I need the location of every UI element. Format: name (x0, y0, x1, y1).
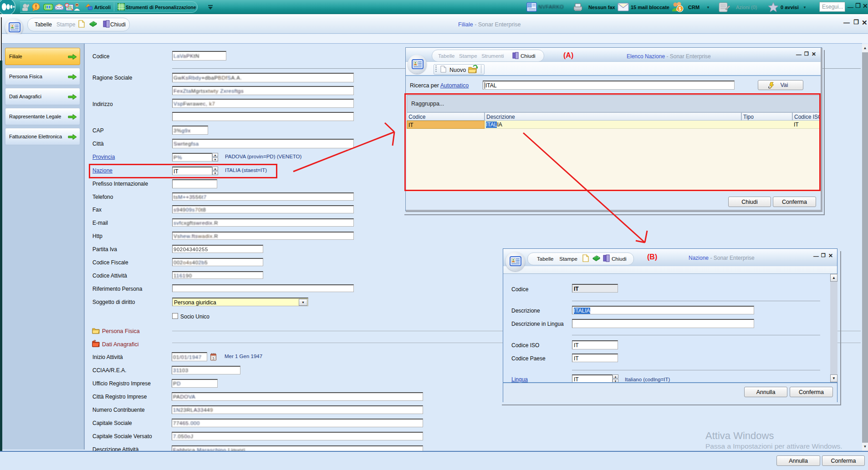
svg-text:5: 5 (213, 357, 214, 360)
svg-text:$: $ (679, 6, 681, 11)
svg-text:!: ! (35, 4, 37, 10)
